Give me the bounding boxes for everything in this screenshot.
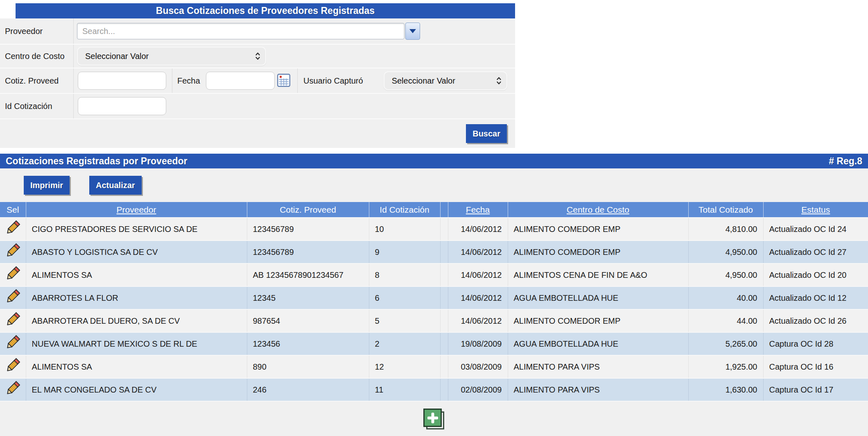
edit-pencil-icon[interactable]: [5, 334, 21, 352]
edit-pencil-icon[interactable]: [5, 357, 21, 375]
chevron-down-icon: [409, 29, 416, 33]
plus-icon: [423, 409, 442, 427]
fecha-cell: 14/06/2012: [448, 286, 508, 309]
estatus-cell: Captura OC Id 17: [763, 378, 868, 401]
sel-cell: [0, 309, 26, 332]
form-row-cotiz-proveed: Cotiz. Proveed Fecha: [0, 68, 515, 94]
spacer-cell: [440, 355, 448, 378]
usuario-capturo-label: Usuario Capturó: [303, 76, 363, 86]
form-row-centro-de-costo: Centro de Costo Seleccionar Valor: [0, 45, 515, 68]
edit-pencil-icon[interactable]: [5, 380, 21, 397]
spacer-cell: [440, 332, 448, 355]
proveedor-cell: ABASTO Y LOGISTICA SA DE CV: [26, 241, 247, 263]
table-row: ABASTO Y LOGISTICA SA DE CV123456789914/…: [0, 241, 868, 263]
search-form-footer: Buscar: [0, 119, 515, 148]
total-cotizado-cell: 44.00: [688, 309, 763, 332]
cotiz-proveed-input[interactable]: [78, 72, 166, 90]
column-header-proveedor: Proveedor: [26, 202, 247, 218]
total-cotizado-cell: 4,810.00: [688, 218, 763, 241]
edit-pencil-icon[interactable]: [5, 243, 21, 260]
usuario-capturo-select[interactable]: Seleccionar Valor: [384, 71, 507, 90]
results-title: Cotizaciones Registradas por Proveedor: [6, 156, 188, 167]
column-header-sel: Sel: [0, 202, 26, 218]
search-panel: Busca Cotizaciones de Proveedores Regist…: [0, 0, 515, 148]
results-panel: Cotizaciones Registradas por Proveedor #…: [0, 154, 868, 436]
id-cotizacion-input[interactable]: [78, 97, 166, 115]
table-row: ALIMENTOS SA8901203/08/2009ALIMENTO PARA…: [0, 355, 868, 378]
sort-centro-de-costo-link[interactable]: Centro de Costo: [567, 205, 629, 214]
spacer-cell: [440, 263, 448, 286]
column-header-cotiz-proveed: Cotiz. Proveed: [247, 202, 369, 218]
up-down-chevrons-icon: [496, 76, 502, 85]
total-cotizado-cell: 1,925.00: [688, 355, 763, 378]
search-form: Proveedor Centro de Costo Seleccionar Va…: [0, 18, 515, 148]
proveedor-cell: NUEVA WALMART DE MEXICO S DE RL DE: [26, 332, 247, 355]
id-cotizacion-cell: 6: [369, 286, 440, 309]
centro-de-costo-cell: ALIMENTO PARA VIPS: [508, 378, 688, 401]
fecha-cell: 14/06/2012: [448, 263, 508, 286]
centro-de-costo-cell: ALIMENTO PARA VIPS: [508, 355, 688, 378]
total-cotizado-cell: 1,630.00: [688, 378, 763, 401]
imprimir-button[interactable]: Imprimir: [24, 176, 70, 195]
centro-de-costo-cell: ALIMENTO COMEDOR EMP: [508, 218, 688, 241]
record-count-badge: # Reg.8: [829, 156, 862, 167]
table-header-row: Sel Proveedor Cotiz. Proveed Id Cotizaci…: [0, 202, 868, 218]
total-cotizado-cell: 5,265.00: [688, 332, 763, 355]
column-header-centro-de-costo: Centro de Costo: [508, 202, 688, 218]
fecha-input[interactable]: [206, 72, 275, 90]
edit-pencil-icon[interactable]: [5, 288, 21, 306]
actualizar-button[interactable]: Actualizar: [89, 176, 142, 195]
results-header: Cotizaciones Registradas por Proveedor #…: [0, 154, 868, 168]
id-cotizacion-cell: 5: [369, 309, 440, 332]
sel-cell: [0, 378, 26, 401]
table-row: ALIMENTOS SAAB 12345678901234567814/06/2…: [0, 263, 868, 286]
cotiz-proveed-cell: 12345: [247, 286, 369, 309]
id-cotizacion-cell: 10: [369, 218, 440, 241]
proveedor-search-input[interactable]: [77, 23, 405, 39]
edit-pencil-icon[interactable]: [5, 311, 21, 329]
cotiz-proveed-cell: 246: [247, 378, 369, 401]
edit-pencil-icon[interactable]: [5, 266, 21, 283]
centro-de-costo-cell: ALIMENTO COMEDOR EMP: [508, 241, 688, 263]
cotiz-proveed-cell: 890: [247, 355, 369, 378]
sort-proveedor-link[interactable]: Proveedor: [117, 205, 156, 214]
estatus-cell: Captura OC Id 16: [763, 355, 868, 378]
proveedor-cell: ALIMENTOS SA: [26, 355, 247, 378]
total-cotizado-cell: 4,950.00: [688, 241, 763, 263]
fecha-cell: 14/06/2012: [448, 218, 508, 241]
proveedor-dropdown-button[interactable]: [405, 23, 420, 40]
up-down-chevrons-icon: [255, 52, 260, 61]
edit-pencil-icon[interactable]: [5, 220, 21, 237]
panel-gap: [0, 148, 868, 154]
results-toolbar: Imprimir Actualizar: [0, 168, 868, 202]
cotiz-proveed-cell: 123456789: [247, 241, 369, 263]
buscar-button[interactable]: Buscar: [466, 124, 507, 143]
estatus-cell: Captura OC Id 28: [763, 332, 868, 355]
add-button[interactable]: [423, 409, 445, 430]
sort-fecha-link[interactable]: Fecha: [466, 205, 490, 214]
spacer-cell: [440, 218, 448, 241]
sel-cell: [0, 241, 26, 263]
id-cotizacion-cell: 8: [369, 263, 440, 286]
table-row: ABARROTERA DEL DUERO, SA DE CV987654514/…: [0, 309, 868, 332]
proveedor-cell: ABARROTES LA FLOR: [26, 286, 247, 309]
sort-estatus-link[interactable]: Estatus: [801, 205, 830, 214]
column-header-estatus: Estatus: [763, 202, 868, 218]
fecha-cell: 14/06/2012: [448, 309, 508, 332]
centro-de-costo-cell: ALIMENTO COMEDOR EMP: [508, 309, 688, 332]
sel-cell: [0, 355, 26, 378]
table-row: CIGO PRESTADORES DE SERVICIO SA DE123456…: [0, 218, 868, 241]
usuario-capturo-selected-value: Seleccionar Valor: [392, 76, 455, 86]
id-cotizacion-label: Id Cotización: [0, 94, 74, 118]
proveedor-combo: [77, 23, 420, 40]
proveedor-cell: ALIMENTOS SA: [26, 263, 247, 286]
centro-de-costo-select[interactable]: Seleccionar Valor: [77, 47, 266, 66]
column-header-fecha: Fecha: [448, 202, 508, 218]
cotiz-proveed-cell: 123456789: [247, 218, 369, 241]
calendar-button[interactable]: [276, 73, 291, 88]
cotiz-proveed-label: Cotiz. Proveed: [0, 68, 74, 93]
spacer-cell: [440, 286, 448, 309]
table-row: NUEVA WALMART DE MEXICO S DE RL DE123456…: [0, 332, 868, 355]
total-cotizado-cell: 40.00: [688, 286, 763, 309]
centro-de-costo-selected-value: Seleccionar Valor: [85, 52, 149, 61]
